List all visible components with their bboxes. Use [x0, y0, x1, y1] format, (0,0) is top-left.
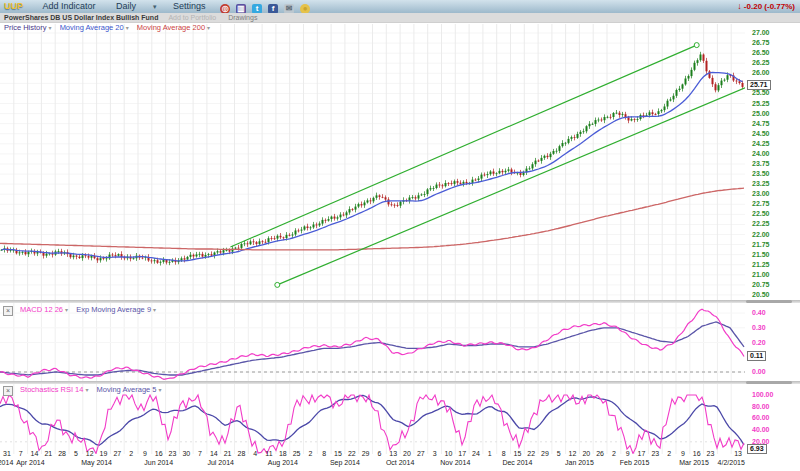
x-axis-month-label: Oct 2014 [386, 459, 414, 466]
settings-button[interactable]: Settings [173, 1, 206, 11]
price-chart-canvas[interactable] [0, 24, 745, 302]
fund-title: PowerShares DB US Dollar Index Bullish F… [4, 14, 158, 21]
price-tick-label: 21.75 [752, 241, 770, 248]
legend-ma200[interactable]: Moving Average 200▾ [137, 23, 210, 32]
x-axis-week-label: 8 [322, 450, 326, 457]
macd-y-axis[interactable]: 0.400.300.200.000.11 [745, 303, 800, 383]
timeframe-caret-icon[interactable]: ▼ [152, 4, 158, 10]
timeframe-select[interactable]: Daily [116, 1, 136, 11]
price-tick-label: 21.50 [752, 251, 770, 258]
x-axis-months: 2014Apr 2014May 2014Jun 2014Jul 2014Aug … [0, 459, 800, 469]
x-axis-week-label: 3 [433, 450, 437, 457]
symbol-label[interactable]: UUP [4, 1, 23, 11]
drawings-menu[interactable]: Drawings [228, 14, 257, 21]
x-axis-month-label: Apr 2014 [16, 459, 44, 466]
stoch-tick-label: 80.00 [752, 403, 770, 410]
x-axis-week-label: 2 [129, 450, 133, 457]
x-axis-week-label: 29 [362, 450, 370, 457]
x-axis-week-label: 19 [100, 450, 108, 457]
price-tick-label: 20.50 [752, 291, 770, 298]
legend-ma20[interactable]: Moving Average 20▾ [60, 23, 129, 32]
x-axis-week-label: 21 [44, 450, 52, 457]
macd-tick-label: 0.40 [752, 309, 766, 316]
stoch-tick-label: 60.00 [752, 414, 770, 421]
x-axis-week-label: 13 [389, 450, 397, 457]
x-axis-week-label: 9 [143, 450, 147, 457]
x-axis-month-label: Jun 2014 [144, 459, 173, 466]
x-axis-week-label: 17 [458, 450, 466, 457]
stoch-tick-label: 40.00 [752, 426, 770, 433]
stock-charting-app: UUP Add Indicator Daily ▼ Settings ◎▥tf✉… [0, 0, 800, 471]
x-axis-week-label: 16 [155, 450, 163, 457]
x-axis-week-label: 20 [403, 450, 411, 457]
price-tick-label: 23.00 [752, 190, 770, 197]
x-axis-month-label: Aug 2014 [268, 459, 298, 466]
macd-tick-label: 0.30 [752, 324, 766, 331]
x-axis-week-label: 26 [596, 450, 604, 457]
x-axis-month-label: Mar 2015 [679, 459, 709, 466]
x-axis-week-label: 14 [210, 450, 218, 457]
x-axis-week-label: 2 [612, 450, 616, 457]
x-axis-week-label: 12 [86, 450, 94, 457]
x-axis-month-label: Sep 2014 [330, 459, 360, 466]
x-axis-week-label: 7 [198, 450, 202, 457]
change-value: -0.20 (-0.77%) [744, 2, 795, 11]
x-axis-month-label: Feb 2015 [620, 459, 650, 466]
macd-legend: × MACD 12 26▾ Exp Moving Average 9▾ [3, 305, 162, 316]
x-axis-week-label: 2 [308, 450, 312, 457]
x-axis-weeks[interactable]: 3171421285121927291623307142128411182528… [0, 450, 800, 458]
x-axis-month-label: 2014 [0, 459, 13, 466]
x-axis-week-label: 8 [502, 450, 506, 457]
price-tick-label: 24.25 [752, 140, 770, 147]
x-axis-week-label: 10 [444, 450, 452, 457]
legend-stoch-ma[interactable]: Moving Average 5▾ [97, 385, 162, 394]
macd-tick-label: 0.20 [752, 339, 766, 346]
x-axis-week-label: 11 [265, 450, 272, 457]
x-axis-week-label: 9 [626, 450, 630, 457]
x-axis-week-label: 27 [113, 450, 121, 457]
subheader: PowerShares DB US Dollar Index Bullish F… [0, 13, 800, 23]
x-axis-week-label: 25 [293, 450, 301, 457]
price-tick-label: 24.75 [752, 120, 770, 127]
x-axis-month-label: 4/2/2015 [718, 459, 745, 466]
macd-value-box: 0.11 [747, 351, 766, 361]
legend-macd-ema[interactable]: Exp Moving Average 9▾ [76, 305, 156, 314]
price-tick-label: 25.50 [752, 89, 770, 96]
x-axis-week-label: 30 [182, 450, 190, 457]
x-axis-week-label: 13 [734, 450, 742, 457]
toolbar: UUP Add Indicator Daily ▼ Settings ◎▥tf✉… [0, 0, 800, 13]
stoch-y-axis[interactable]: 100.0080.0060.0040.0020.006.93 [745, 384, 800, 456]
x-axis-month-label: Jan 2015 [565, 459, 594, 466]
price-tick-label: 20.75 [752, 281, 770, 288]
price-tick-label: 25.25 [752, 100, 770, 107]
x-axis-week-label: 4 [253, 450, 257, 457]
price-tick-label: 24.50 [752, 130, 770, 137]
close-stoch-panel-button[interactable]: × [3, 386, 13, 396]
stoch-tick-label: 100.00 [752, 391, 773, 398]
x-axis-week-label: 28 [237, 450, 245, 457]
x-axis-week-label: 31 [3, 450, 11, 457]
toolbar-icons: ◎▥tf✉● [217, 1, 313, 11]
price-tick-label: 26.75 [752, 39, 770, 46]
legend-stoch-rsi[interactable]: Stochastics RSI 14▾ [20, 385, 88, 394]
x-axis-week-label: 14 [31, 450, 39, 457]
chevron-down-icon: ▾ [207, 25, 210, 31]
x-axis-week-label: 5 [74, 450, 78, 457]
close-macd-panel-button[interactable]: × [3, 306, 13, 316]
price-tick-label: 22.00 [752, 231, 770, 238]
legend-price-history[interactable]: Price History▾ [4, 23, 52, 32]
chevron-down-icon: ▾ [49, 25, 52, 31]
price-y-axis[interactable]: 27.0026.7526.5026.2526.0025.5025.2525.00… [745, 24, 800, 300]
x-axis-week-label: 20 [582, 450, 590, 457]
price-tick-label: 26.25 [752, 59, 770, 66]
x-axis-week-label: 23 [169, 450, 177, 457]
stoch-legend: × Stochastics RSI 14▾ Moving Average 5▾ [3, 385, 168, 396]
add-to-portfolio-link[interactable]: Add to Portfolio [168, 14, 216, 21]
price-tick-label: 26.00 [752, 69, 770, 76]
price-tick-label: 24.00 [752, 150, 770, 157]
add-indicator-button[interactable]: Add Indicator [43, 1, 96, 11]
chevron-down-icon: ▾ [153, 307, 156, 313]
price-legend: Price History▾ Moving Average 20▾ Moving… [4, 23, 216, 33]
legend-macd[interactable]: MACD 12 26▾ [20, 305, 68, 314]
price-tick-label: 27.00 [752, 29, 770, 36]
